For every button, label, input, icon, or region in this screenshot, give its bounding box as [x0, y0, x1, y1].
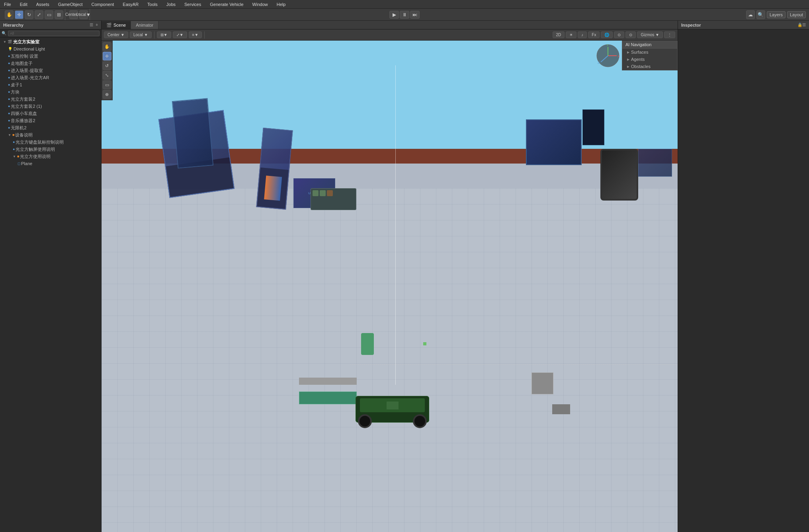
transform-tool-btn[interactable]: ⊞: [55, 10, 63, 19]
skybox-btn[interactable]: 🌐: [601, 31, 613, 38]
move-tool-btn[interactable]: ✛: [15, 10, 23, 19]
menu-item-services[interactable]: Services: [183, 1, 203, 8]
hierarchy-item-desc[interactable]: ▼ ■ 设备说明: [0, 131, 101, 138]
scene-custom-tool[interactable]: ⊕: [103, 90, 111, 99]
inspector-menu-icon[interactable]: ☰: [802, 23, 806, 27]
cloud-btn[interactable]: ☁: [746, 10, 755, 19]
play-button[interactable]: ▶: [389, 11, 399, 19]
scale-tool-btn[interactable]: ⤢: [35, 10, 43, 19]
menu-item-gameobject[interactable]: GameObject: [57, 1, 84, 8]
toggle1-btn[interactable]: ⊙: [614, 31, 624, 38]
fx-btn[interactable]: Fx: [588, 31, 600, 38]
audio-btn[interactable]: ♪: [578, 31, 587, 38]
more-btn[interactable]: ⋮: [664, 31, 675, 38]
hierarchy-item-cube2[interactable]: ● 光立方套装2: [0, 95, 101, 103]
local-btn[interactable]: Local ▼: [130, 31, 152, 38]
hierarchy-item-robot[interactable]: ● 无限机2: [0, 124, 101, 131]
transform-tools: ✋ ✛ ↻ ⤢ ▭ ⊞: [3, 9, 65, 20]
rect-tool-btn[interactable]: ▭: [45, 10, 53, 19]
hierarchy-item-zoutu[interactable]: ● 走地图盒子: [0, 60, 101, 67]
hierarchy-tree: ▼ 🎬 光立方实验室 💡 Directional Light ● 五指控制 设置…: [0, 37, 101, 532]
menu-item-component[interactable]: Component: [90, 1, 115, 8]
hierarchy-item-enter1[interactable]: ● 进入场景-提取室: [0, 67, 101, 74]
menu-item-assets[interactable]: Assets: [35, 1, 51, 8]
toggle2-btn[interactable]: ⊙: [625, 31, 636, 38]
hierarchy-item-directional-light[interactable]: 💡 Directional Light: [0, 45, 101, 53]
hierarchy-menu-icon[interactable]: ☰: [90, 23, 93, 27]
menu-item-file[interactable]: File: [2, 1, 13, 8]
rotate-tool-btn[interactable]: ↻: [25, 10, 33, 19]
snap-btn[interactable]: ⤢▼: [173, 31, 187, 38]
scene-viewport[interactable]: ✋ ✛ ↺ ⤡ ▭ ⊕: [102, 41, 678, 532]
pause-button[interactable]: ⏸: [400, 11, 409, 19]
gray-box-obj2: [552, 404, 570, 414]
hierarchy-item-plane[interactable]: ◻ Plane: [0, 160, 101, 167]
machine-obj: [311, 188, 356, 210]
layers-dropdown[interactable]: Layers: [767, 11, 786, 18]
hierarchy-item-cube21[interactable]: ● 光立方套装2 (1): [0, 103, 101, 110]
menu-item-edit[interactable]: Edit: [18, 1, 29, 8]
scene-tabs: 🎬 Scene Animator: [102, 21, 678, 29]
scene-3d-view: UI Panel: [113, 41, 678, 532]
screen-obj-far: [638, 149, 672, 177]
step-button[interactable]: ⏭: [410, 11, 420, 19]
hierarchy-item-music[interactable]: ● 音乐播放器2: [0, 117, 101, 124]
menu-item-generatevehicle[interactable]: Generate Vehicle: [208, 1, 245, 8]
local-space-btn[interactable]: Local▼: [79, 10, 88, 19]
ai-nav-header: AI Navigation: [622, 41, 677, 49]
hierarchy-item-enter2[interactable]: ● 进入场景-光立方AR: [0, 74, 101, 81]
hierarchy-scene-root[interactable]: ▼ 🎬 光立方实验室: [0, 38, 101, 45]
center-btn[interactable]: Center ▼: [104, 31, 128, 38]
ai-nav-agents[interactable]: ▶ Agents: [622, 56, 677, 63]
scene-hand-tool[interactable]: ✋: [103, 42, 111, 51]
lighting-btn[interactable]: ☀: [566, 31, 576, 38]
scene-rotate-tool[interactable]: ↺: [103, 61, 111, 70]
menu-item-tools[interactable]: Tools: [146, 1, 159, 8]
gizmos-btn[interactable]: Gizmos ▼: [637, 31, 663, 38]
align-btn[interactable]: ≡▼: [189, 31, 202, 38]
selection-dot: [423, 342, 426, 345]
hierarchy-item-keyboard-desc[interactable]: ● 光立方键盘鼠标控制说明: [0, 138, 101, 146]
menu-item-help[interactable]: Help: [275, 1, 287, 8]
gray-box-obj: [532, 372, 553, 394]
hierarchy-item-block[interactable]: ● 方块: [0, 88, 101, 95]
scene-rect-tool[interactable]: ▭: [103, 80, 111, 89]
ai-nav-surfaces[interactable]: ▶ Surfaces: [622, 49, 677, 56]
toolbar-right: ☁ 🔍 Layers Layout: [746, 10, 806, 19]
inspector-header: Inspector 🔒 ☰: [678, 21, 809, 29]
main-layout: Hierarchy ☰ + 🔍 All ▼ 🎬 光立方实验室 💡 Directi…: [0, 21, 809, 532]
hierarchy-plus-icon[interactable]: +: [96, 23, 98, 27]
menu-item-window[interactable]: Window: [251, 1, 270, 8]
tab-animator[interactable]: Animator: [131, 21, 158, 29]
inspector-content: [678, 29, 809, 532]
scene-move-tool[interactable]: ✛: [103, 52, 111, 60]
screen-obj-5: [526, 119, 582, 165]
hand-tool-btn[interactable]: ✋: [5, 10, 14, 19]
hierarchy-item-car[interactable]: ● 四驱小车底盘: [0, 110, 101, 117]
hierarchy-search: 🔍 All: [0, 29, 101, 37]
hierarchy-item-use-desc[interactable]: ▼ ■ 光立方使用说明: [0, 153, 101, 160]
cylinder-obj: [361, 333, 374, 355]
hierarchy-item-touch-desc[interactable]: ● 光立方触屏使用说明: [0, 146, 101, 153]
nav-arrow-surfaces: ▶: [627, 51, 629, 54]
layout-dropdown[interactable]: Layout: [787, 11, 806, 18]
menu-item-easyar[interactable]: EasyAR: [121, 1, 140, 8]
car-obj: [356, 396, 429, 434]
scene-scale-tool[interactable]: ⤡: [103, 71, 111, 80]
hierarchy-item-wuzhi[interactable]: ● 五指控制 设置: [0, 53, 101, 60]
svg-text:Y: Y: [606, 44, 609, 47]
search-btn[interactable]: 🔍: [756, 10, 765, 19]
play-controls: ▶ ⏸ ⏭: [389, 11, 420, 19]
grid-btn[interactable]: ⊞▼: [157, 31, 171, 38]
scene-toolbar-right: 2D ☀ ♪ Fx 🌐 ⊙ ⊙ Gizmos ▼ ⋮: [553, 31, 675, 38]
ai-nav-obstacles[interactable]: ▶ Obstacles: [622, 63, 677, 70]
ai-nav-title: AI Navigation: [625, 42, 651, 47]
scene-left-tools: ✋ ✛ ↺ ⤡ ▭ ⊕: [102, 41, 113, 100]
2d-btn[interactable]: 2D: [553, 31, 565, 38]
tab-scene[interactable]: 🎬 Scene: [102, 21, 131, 29]
nav-arrow-agents: ▶: [627, 58, 629, 61]
inspector-lock-icon[interactable]: 🔒: [797, 23, 802, 27]
menu-item-jobs[interactable]: Jobs: [165, 1, 177, 8]
hierarchy-item-table[interactable]: ● 桌子1: [0, 81, 101, 88]
scene-selection-indicator: [350, 364, 678, 365]
